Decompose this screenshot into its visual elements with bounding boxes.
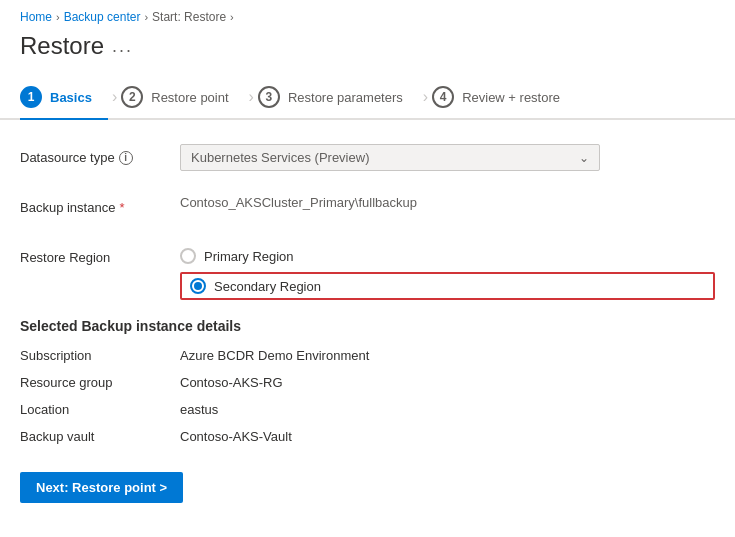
backup-instance-label: Backup instance * [20, 194, 180, 215]
resource-group-label: Resource group [20, 375, 180, 390]
step-3-circle: 3 [258, 86, 280, 108]
datasource-type-dropdown[interactable]: Kubernetes Services (Preview) ⌄ [180, 144, 600, 171]
breadcrumb-home[interactable]: Home [20, 10, 52, 24]
breadcrumb-sep-3: › [230, 11, 234, 23]
step-sep-2: › [245, 88, 258, 106]
step-4-circle: 4 [432, 86, 454, 108]
step-restore-point[interactable]: 2 Restore point [121, 76, 244, 118]
subscription-label: Subscription [20, 348, 180, 363]
restore-region-radio-group: Primary Region Secondary Region [180, 244, 715, 300]
datasource-type-control: Kubernetes Services (Preview) ⌄ [180, 144, 715, 171]
wizard-steps: 1 Basics › 2 Restore point › 3 Restore p… [0, 76, 735, 120]
backup-instance-row: Backup instance * Contoso_AKSCluster_Pri… [20, 194, 715, 226]
step-4-label: Review + restore [462, 90, 560, 105]
secondary-region-label: Secondary Region [214, 279, 321, 294]
breadcrumb: Home › Backup center › Start: Restore › [0, 0, 735, 28]
breadcrumb-current: Start: Restore [152, 10, 226, 24]
location-value: eastus [180, 402, 715, 417]
subscription-value: Azure BCDR Demo Environment [180, 348, 715, 363]
datasource-type-value: Kubernetes Services (Preview) [191, 150, 369, 165]
step-restore-parameters[interactable]: 3 Restore parameters [258, 76, 419, 118]
backup-vault-value: Contoso-AKS-Vault [180, 429, 715, 444]
next-button[interactable]: Next: Restore point > [20, 472, 183, 503]
backup-vault-label: Backup vault [20, 429, 180, 444]
primary-region-option[interactable]: Primary Region [180, 248, 715, 264]
secondary-region-highlighted[interactable]: Secondary Region [180, 272, 715, 300]
step-2-circle: 2 [121, 86, 143, 108]
step-review-restore[interactable]: 4 Review + restore [432, 76, 576, 118]
breadcrumb-backup-center[interactable]: Backup center [64, 10, 141, 24]
selected-backup-section: Selected Backup instance details Subscri… [20, 318, 715, 444]
step-sep-3: › [419, 88, 432, 106]
step-basics[interactable]: 1 Basics [20, 76, 108, 120]
backup-instance-value: Contoso_AKSCluster_Primary\fullbackup [180, 189, 417, 210]
selected-backup-header: Selected Backup instance details [20, 318, 715, 334]
location-row: Location eastus [20, 402, 715, 417]
step-1-circle: 1 [20, 86, 42, 108]
datasource-type-row: Datasource type i Kubernetes Services (P… [20, 144, 715, 176]
datasource-info-icon[interactable]: i [119, 151, 133, 165]
subscription-row: Subscription Azure BCDR Demo Environment [20, 348, 715, 363]
resource-group-row: Resource group Contoso-AKS-RG [20, 375, 715, 390]
primary-region-radio[interactable] [180, 248, 196, 264]
restore-region-label: Restore Region [20, 244, 180, 265]
page-title: Restore [20, 32, 104, 60]
secondary-region-radio[interactable] [190, 278, 206, 294]
breadcrumb-sep-2: › [144, 11, 148, 23]
restore-region-row: Restore Region Primary Region Secondary … [20, 244, 715, 300]
dropdown-arrow-icon: ⌄ [579, 151, 589, 165]
backup-vault-row: Backup vault Contoso-AKS-Vault [20, 429, 715, 444]
page-title-row: Restore ... [0, 28, 735, 76]
details-table: Subscription Azure BCDR Demo Environment… [20, 348, 715, 444]
required-marker: * [119, 200, 124, 215]
bottom-bar: Next: Restore point > [0, 456, 735, 519]
step-2-label: Restore point [151, 90, 228, 105]
step-sep-1: › [108, 88, 121, 106]
restore-region-control: Primary Region Secondary Region [180, 244, 715, 300]
backup-instance-control: Contoso_AKSCluster_Primary\fullbackup [180, 194, 715, 210]
step-1-label: Basics [50, 90, 92, 105]
location-label: Location [20, 402, 180, 417]
step-3-label: Restore parameters [288, 90, 403, 105]
resource-group-value: Contoso-AKS-RG [180, 375, 715, 390]
datasource-type-label: Datasource type i [20, 144, 180, 165]
breadcrumb-sep-1: › [56, 11, 60, 23]
primary-region-label: Primary Region [204, 249, 294, 264]
form-content: Datasource type i Kubernetes Services (P… [0, 144, 735, 444]
more-options-button[interactable]: ... [112, 36, 133, 57]
